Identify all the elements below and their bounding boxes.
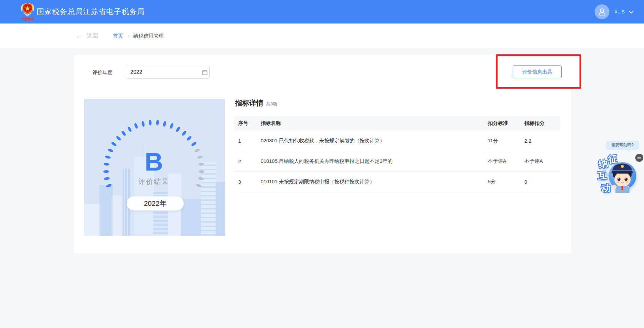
user-avatar[interactable] bbox=[595, 4, 609, 19]
chevron-down-icon[interactable] bbox=[629, 9, 634, 15]
table-cell: 010105.自纳税人向税务机关办理纳税申报之日起不足3年的 bbox=[261, 158, 488, 165]
gauge-tick bbox=[127, 126, 132, 132]
mascot-char: 纳 bbox=[598, 157, 609, 171]
calendar-icon[interactable] bbox=[202, 69, 208, 77]
col-header-standard: 扣分标准 bbox=[488, 120, 524, 127]
gauge-tick bbox=[186, 135, 192, 141]
gauge-tick bbox=[163, 121, 167, 127]
table-cell: 2.2 bbox=[524, 138, 560, 144]
gauge-tick bbox=[111, 141, 117, 147]
red-annotation-box: 评价信息出具 bbox=[496, 54, 581, 89]
table-title-row: 指标详情共3项 bbox=[235, 98, 277, 108]
back-button[interactable]: 返回 bbox=[87, 24, 98, 48]
col-header-deduction: 指标扣分 bbox=[524, 120, 560, 127]
table-row: 2010105.自纳税人向税务机关办理纳税申报之日起不足3年的不予评A不予评A bbox=[234, 151, 560, 172]
table-cell: 3 bbox=[234, 179, 261, 185]
minimize-helper-button[interactable] bbox=[635, 154, 643, 162]
user-name[interactable]: X...S bbox=[614, 0, 625, 24]
breadcrumb-separator: › bbox=[128, 24, 130, 48]
breadcrumb-current: 纳税信用管理 bbox=[133, 24, 164, 48]
credit-grade: B bbox=[84, 148, 224, 175]
gauge-tick bbox=[141, 121, 145, 127]
issue-evaluation-info-button[interactable]: 评价信息出具 bbox=[513, 65, 562, 78]
gauge-tick bbox=[169, 123, 174, 129]
table-row: 1020301.已代扣代收税款，未按规定解缴的（按次计算）11分2.2 bbox=[234, 131, 560, 151]
table-header-row: 序号 指标名称 扣分标准 指标扣分 bbox=[234, 116, 560, 131]
mascot-char: 互 bbox=[597, 169, 607, 182]
col-header-no: 序号 bbox=[234, 120, 261, 127]
table-cell: 2 bbox=[234, 158, 261, 164]
table-cell: 5分 bbox=[488, 179, 524, 185]
year-pill: 2022年 bbox=[127, 196, 184, 210]
hat-badge-icon bbox=[621, 165, 624, 168]
table-cell: 1 bbox=[234, 138, 261, 144]
tax-bureau-logo: 中国税务 bbox=[19, 1, 36, 22]
col-header-name: 指标名称 bbox=[261, 120, 488, 127]
gauge-tick bbox=[116, 135, 122, 141]
table-title: 指标详情 bbox=[235, 99, 263, 107]
table-cell: 不予评A bbox=[488, 158, 524, 165]
mascot-char: 动 bbox=[601, 182, 611, 194]
page-title: 国家税务总局江苏省电子税务局 bbox=[37, 0, 145, 24]
gauge-tick bbox=[175, 126, 181, 132]
breadcrumb-bar: ← 返回 首页 › 纳税信用管理 bbox=[0, 24, 644, 48]
table-cell: 010101.未按规定期限纳税申报（按税种按次计算） bbox=[261, 179, 488, 185]
table-row: 3010101.未按规定期限纳税申报（按税种按次计算）5分0 bbox=[234, 172, 560, 192]
gauge-tick bbox=[134, 123, 138, 129]
person-icon bbox=[598, 7, 606, 16]
breadcrumb-home-link[interactable]: 首页 bbox=[113, 24, 123, 48]
grade-label: 评价结果 bbox=[84, 177, 224, 186]
table-body: 1020301.已代扣代收税款，未按规定解缴的（按次计算）11分2.220101… bbox=[234, 131, 560, 192]
help-bubble[interactable]: 需要帮助吗? bbox=[606, 141, 639, 150]
year-filter-label: 评价年度 bbox=[92, 69, 113, 76]
national-emblem-icon bbox=[19, 1, 36, 18]
gauge-tick bbox=[149, 120, 152, 126]
gauge-tick bbox=[121, 130, 127, 136]
mascot-face bbox=[614, 172, 631, 186]
back-arrow-icon[interactable]: ← bbox=[76, 24, 83, 48]
mascot-char: 征 bbox=[607, 152, 618, 166]
table-cell: 11分 bbox=[488, 138, 524, 144]
gauge-tick bbox=[181, 130, 187, 136]
gauge-tick bbox=[190, 141, 197, 147]
indicator-table: 序号 指标名称 扣分标准 指标扣分 1020301.已代扣代收税款，未按规定解缴… bbox=[234, 116, 560, 192]
table-cell: 0 bbox=[524, 179, 560, 185]
logo-subtext: 中国税务 bbox=[19, 17, 36, 21]
table-cell: 不予评A bbox=[524, 158, 560, 165]
app-header: 中国税务 国家税务总局江苏省电子税务局 X...S bbox=[0, 0, 644, 24]
gauge-tick bbox=[156, 120, 159, 126]
year-input[interactable] bbox=[126, 66, 210, 79]
table-count-badge: 共3项 bbox=[266, 101, 277, 106]
table-cell: 020301.已代扣代收税款，未按规定解缴的（按次计算） bbox=[261, 138, 488, 144]
rating-panel: B 评价结果 2022年 bbox=[84, 99, 225, 236]
